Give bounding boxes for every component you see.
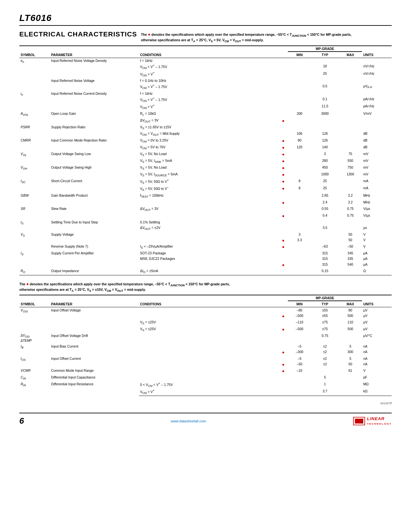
cond-cell: SOT-23 Package (139, 251, 279, 256)
min-cell (288, 374, 311, 381)
symbol-cell: ISC (19, 178, 50, 192)
cond-cell (139, 212, 279, 219)
bullet-cell: ● (279, 361, 288, 368)
bullet-cell: ● (279, 171, 288, 178)
typ-cell: 5 (311, 374, 338, 381)
symbol-cell: VOH (19, 164, 50, 178)
cond-cell: RL = 10kΩ (139, 111, 279, 117)
units-cell: μV (362, 313, 392, 320)
cond-cell (139, 361, 279, 368)
param-cell: Input Common Mode Rejection Ratio (50, 138, 139, 151)
min-cell (288, 251, 311, 256)
footer-url-link[interactable]: www.datasheetall.com (171, 419, 206, 423)
table-row: CMRR Input Common Mode Rejection Ratio V… (19, 138, 392, 144)
cond-cell: VCM > V+ (139, 389, 279, 396)
typ-cell (311, 78, 338, 84)
typ-cell: –63 (311, 244, 338, 251)
units-cell: mV (362, 151, 392, 158)
max-cell (339, 178, 362, 185)
col-min-header: MIN (288, 52, 311, 58)
max-cell: 0.75 (339, 206, 362, 213)
cond-cell: f = 1kHz (139, 91, 279, 96)
table-row: IOS Input Offset Current –5 ±2 5 nA (19, 356, 392, 361)
max-cell (339, 117, 362, 124)
units-cell: pA/√Hz (362, 103, 392, 111)
bullet-cell: ● (279, 199, 288, 206)
min-cell (288, 171, 311, 178)
max-cell: 50 (339, 232, 362, 237)
typ-cell (311, 232, 338, 237)
min-cell (288, 64, 311, 71)
param-cell: Input Referred Noise Voltage Density (50, 58, 139, 78)
typ-cell: 25 (311, 71, 338, 78)
max-cell: 5 (339, 356, 362, 361)
units-cell: nV/√Hz (362, 71, 392, 78)
symbol-cell: VOL (19, 151, 50, 165)
units-cell: V/mV (362, 111, 392, 117)
cond-cell: VCM < V+ – 1.75V (139, 64, 279, 71)
min-cell (288, 158, 311, 165)
bullet-cell (279, 356, 288, 361)
units-cell: MHz (362, 199, 392, 206)
min-cell (288, 71, 311, 78)
max-cell: 345 (339, 251, 362, 256)
table-row: CIN Differential Input Capacitance 5 pF (19, 374, 392, 381)
units-cell: V/μs (362, 212, 392, 219)
max-cell: 3.2 (339, 199, 362, 206)
min-cell (288, 117, 311, 124)
cond-cell: VS = 5V, No Load (139, 151, 279, 158)
symbol-cell: VCMR (19, 368, 50, 375)
max-cell: 300 (339, 349, 362, 356)
min-cell (288, 256, 311, 261)
symbol-cell (19, 78, 50, 91)
max-cell (339, 381, 362, 388)
bullet-icon2: ● (26, 281, 29, 286)
max-cell (339, 138, 362, 144)
bullet-cell (279, 232, 288, 237)
units-cell: Ω (362, 268, 392, 275)
units-cell: μA (362, 251, 392, 256)
table-row: VCMR Common Mode Input Range ● –15 61 V (19, 368, 392, 375)
cond-cell: VS = 5V, ISINK = 5mA (139, 158, 279, 165)
max-cell (339, 91, 362, 96)
cond-cell: f = 0.1Hz to 10Hz (139, 78, 279, 84)
table2-header-row1: SYMBOL PARAMETER CONDITIONS MP-GRADE UNI… (19, 295, 392, 301)
cond-cell (139, 349, 279, 356)
table-row: RO Output Impedance ΔIO = ±5mA 0.15 Ω (19, 268, 392, 275)
units-cell: MHz (362, 192, 392, 199)
units-cell (362, 91, 392, 96)
min-cell: –15 (288, 368, 311, 375)
units-cell: mV (362, 164, 392, 171)
cond-cell: MS8, DJC22 Packages (139, 256, 279, 261)
footer-logo: LINEAR TECHNOLOGY (353, 416, 392, 426)
bullet-cell: ● (279, 178, 288, 185)
max-cell (339, 219, 362, 225)
table1: SYMBOL PARAMETER CONDITIONS MP-GRADE UNI… (19, 45, 392, 275)
cond-cell: 0.1% Settling (139, 219, 279, 225)
cond-cell: VS = 5V, 50Ω to V– (139, 185, 279, 192)
units-cell: dB (362, 131, 392, 138)
units-cell (362, 124, 392, 131)
typ-cell: 0.1 (311, 96, 338, 103)
max-cell (339, 225, 362, 232)
bullet-cell (279, 124, 288, 131)
units-cell: μV/°C (362, 333, 392, 344)
min-cell (288, 212, 311, 219)
units-cell: μV (362, 307, 392, 313)
bullet-cell: ● (279, 244, 288, 251)
col-symbol-header: SYMBOL (19, 46, 50, 58)
min-cell: –500 (288, 326, 311, 333)
table1-header-row1: SYMBOL PARAMETER CONDITIONS MP-GRADE UNI… (19, 46, 392, 52)
cond-cell: VCM > V+ (139, 103, 279, 111)
min-cell: –5 (288, 343, 311, 349)
cond-cell: VCM = VOUT = Mid-Supply (139, 131, 279, 138)
typ-cell: 11.5 (311, 103, 338, 111)
max-cell: 540 (339, 261, 362, 268)
table-row: Reverse Supply (Note 7) IS < –25VμA/Ampl… (19, 244, 392, 251)
max-cell: 75 (339, 151, 362, 158)
typ-cell: 315 (311, 251, 338, 256)
bullet-cell (279, 64, 288, 71)
cond-cell (139, 307, 279, 313)
linear-technology-logo-icon (353, 417, 365, 426)
typ-cell: 3.5 (311, 225, 338, 232)
